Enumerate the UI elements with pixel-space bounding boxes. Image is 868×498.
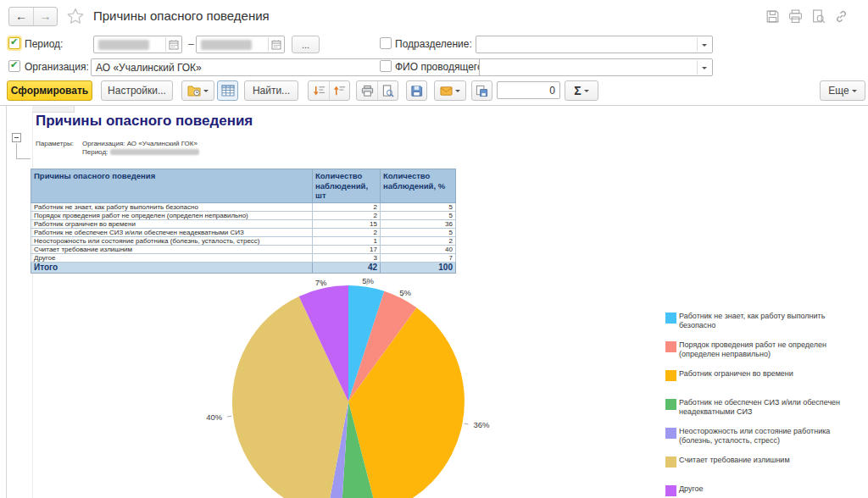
count-cell: 17	[313, 245, 381, 253]
save-result-button[interactable]	[406, 80, 427, 101]
calendar-icon	[271, 40, 281, 50]
print-preview-button[interactable]	[377, 81, 398, 100]
sum-indicator-field[interactable]	[497, 81, 560, 99]
count-cell: 2	[313, 228, 381, 236]
collapse-groups-icon	[333, 85, 346, 97]
title-bar: ← → Причины опасного поведения	[0, 0, 868, 32]
legend-item: Работник ограничен во времени	[665, 369, 865, 388]
legend-label: Неосторожность или состояние работника (…	[679, 427, 862, 445]
percent-cell: 5	[381, 202, 456, 211]
floppy-icon	[410, 85, 423, 97]
back-button[interactable]: ←	[9, 8, 33, 25]
conductor-combo[interactable]	[479, 58, 713, 76]
nav-buttons: ← →	[8, 7, 58, 26]
conductor-checkbox[interactable]	[380, 60, 392, 72]
print-buttons	[356, 80, 398, 101]
cause-cell: Другое	[31, 253, 313, 262]
column-header-percent: Количество наблюдений, %	[381, 169, 456, 203]
sigma-icon: Σ	[574, 84, 581, 97]
cause-cell: Считает требование излишним	[31, 245, 313, 253]
link-icon[interactable]	[834, 9, 849, 24]
legend-item: Порядок проведения работ не определен (о…	[665, 340, 865, 359]
calendar-button[interactable]	[268, 37, 283, 52]
forward-button[interactable]: →	[33, 8, 57, 25]
legend-swatch	[665, 399, 676, 410]
find-button[interactable]: Найти...	[244, 80, 298, 101]
table-row: Работник не знает, как работу выполнить …	[31, 202, 456, 211]
preview-magnifier-icon	[381, 85, 394, 97]
save-icon[interactable]	[765, 9, 780, 24]
total-label-cell: Итого	[31, 262, 313, 273]
redacted-value	[98, 40, 149, 50]
report-table-body: Работник не знает, как работу выполнить …	[31, 202, 456, 273]
favorite-star-icon[interactable]	[67, 8, 84, 25]
column-header-count: Количество наблюдений, шт	[313, 169, 381, 203]
chevron-down-icon	[852, 90, 857, 95]
window-action-icons	[765, 9, 849, 24]
redacted-value	[110, 149, 199, 155]
group-toggle-buttons	[308, 80, 350, 101]
parameters-label: Параметры:	[36, 140, 74, 148]
settings-button[interactable]: Настройки...	[101, 80, 173, 101]
group-bracket	[16, 143, 17, 158]
collapse-groups-button[interactable]	[329, 81, 349, 100]
pie-chart: 5%5%36%5%2%40%7%	[195, 273, 509, 498]
pie-percent-label: 5%	[362, 276, 374, 285]
chevron-down-icon	[702, 67, 707, 72]
period-checkbox[interactable]	[8, 37, 20, 49]
print-icon[interactable]	[788, 9, 803, 24]
percent-cell: 5	[381, 228, 456, 236]
report-title: Причины опасного поведения	[36, 113, 253, 130]
parameter-period-label: Период:	[82, 148, 108, 156]
autosum-button[interactable]: Σ	[565, 80, 598, 101]
group-collapse-button[interactable]	[12, 133, 21, 142]
period-start-input[interactable]	[93, 36, 182, 53]
legend-swatch	[665, 313, 676, 324]
save-copy-button[interactable]	[471, 80, 492, 101]
count-cell: 3	[313, 253, 381, 262]
dropdown-button[interactable]	[697, 37, 711, 52]
chevron-down-icon	[702, 44, 707, 49]
percent-cell: 2	[381, 236, 456, 245]
department-combo[interactable]	[476, 36, 713, 53]
calendar-button[interactable]	[165, 37, 181, 52]
legend-swatch	[665, 456, 676, 468]
legend-label: Считает требование излишним	[679, 456, 862, 474]
expand-groups-icon	[313, 85, 326, 97]
generate-button[interactable]: Сформировать	[7, 80, 92, 101]
pie-label-tick	[465, 423, 469, 424]
table-header-row: Причины опасного поведения Количество на…	[31, 169, 456, 203]
more-button[interactable]: Еще	[820, 80, 865, 101]
legend-label: Работник не обеспечен СИЗ и/или обеспече…	[679, 398, 862, 417]
copy-floppy-icon	[476, 85, 488, 97]
cause-cell: Работник не знает, как работу выполнить …	[31, 202, 313, 211]
filter-panel: Период: – ... Подразделение:	[0, 32, 868, 80]
legend-label: Другое	[679, 484, 862, 498]
pie-label-tick	[227, 416, 231, 417]
legend-item: Работник не обеспечен СИЗ и/или обеспече…	[665, 398, 865, 417]
chevron-down-icon	[203, 90, 209, 95]
table-row: Неосторожность или состояние работника (…	[31, 236, 456, 245]
show-table-button[interactable]	[217, 80, 238, 101]
report-variants-button[interactable]	[181, 80, 214, 101]
organization-checkbox[interactable]	[8, 60, 20, 72]
legend-swatch	[665, 428, 676, 439]
dropdown-button[interactable]	[697, 60, 711, 75]
department-checkbox[interactable]	[380, 37, 392, 49]
period-label: Период:	[25, 38, 63, 50]
percent-cell: 7	[381, 253, 456, 262]
legend-label: Порядок проведения работ не определен (о…	[679, 340, 862, 359]
table-grid-icon	[221, 84, 235, 97]
preview-icon[interactable]	[811, 9, 826, 24]
table-row: Другое37	[31, 253, 456, 262]
period-more-button[interactable]: ...	[292, 36, 320, 53]
legend-label: Работник не знает, как работу выполнить …	[679, 312, 862, 330]
send-email-button[interactable]	[434, 80, 466, 101]
column-header-cause: Причины опасного поведения	[31, 169, 313, 203]
percent-cell: 5	[381, 211, 456, 219]
expand-groups-button[interactable]	[309, 81, 329, 100]
legend-item: Другое	[665, 484, 865, 498]
period-end-input[interactable]	[196, 36, 285, 53]
print-button[interactable]	[357, 81, 377, 100]
table-row: Порядок проведения работ не определен (о…	[31, 211, 456, 219]
